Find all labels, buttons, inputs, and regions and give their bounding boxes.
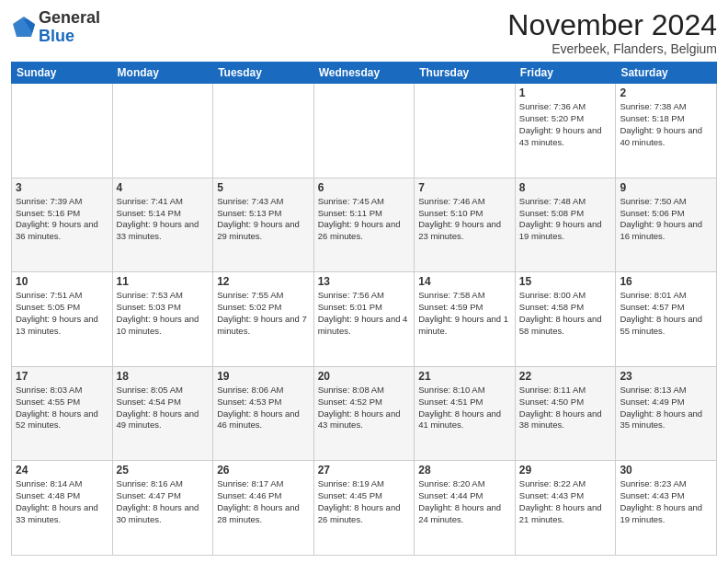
day-number: 11 (117, 275, 210, 288)
day-number: 10 (16, 275, 108, 288)
calendar-cell: 21Sunrise: 8:10 AM Sunset: 4:51 PM Dayli… (415, 366, 516, 461)
day-number: 21 (418, 370, 511, 383)
calendar-cell: 2Sunrise: 7:38 AM Sunset: 5:18 PM Daylig… (616, 84, 717, 178)
day-info: Sunrise: 7:48 AM Sunset: 5:08 PM Dayligh… (519, 196, 612, 243)
calendar-cell: 4Sunrise: 7:41 AM Sunset: 5:14 PM Daylig… (112, 178, 213, 272)
day-info: Sunrise: 7:39 AM Sunset: 5:16 PM Dayligh… (16, 196, 108, 243)
calendar-cell: 25Sunrise: 8:16 AM Sunset: 4:47 PM Dayli… (112, 461, 213, 556)
logo: General Blue (11, 9, 100, 46)
col-friday: Friday (515, 63, 616, 84)
calendar-cell: 10Sunrise: 7:51 AM Sunset: 5:05 PM Dayli… (12, 272, 113, 367)
calendar-cell: 28Sunrise: 8:20 AM Sunset: 4:44 PM Dayli… (415, 461, 516, 556)
day-info: Sunrise: 8:14 AM Sunset: 4:48 PM Dayligh… (16, 478, 108, 525)
calendar-cell: 29Sunrise: 8:22 AM Sunset: 4:43 PM Dayli… (515, 461, 616, 556)
calendar-cell: 9Sunrise: 7:50 AM Sunset: 5:06 PM Daylig… (616, 178, 717, 272)
day-info: Sunrise: 8:00 AM Sunset: 4:58 PM Dayligh… (519, 290, 612, 337)
calendar-cell: 19Sunrise: 8:06 AM Sunset: 4:53 PM Dayli… (213, 366, 314, 461)
day-number: 27 (318, 464, 411, 477)
day-number: 23 (620, 370, 712, 383)
col-saturday: Saturday (616, 63, 717, 84)
calendar-header-row: Sunday Monday Tuesday Wednesday Thursday… (12, 63, 717, 84)
day-number: 8 (519, 181, 612, 194)
day-number: 24 (16, 464, 108, 477)
calendar-cell: 12Sunrise: 7:55 AM Sunset: 5:02 PM Dayli… (213, 272, 314, 367)
calendar-cell: 13Sunrise: 7:56 AM Sunset: 5:01 PM Dayli… (313, 272, 415, 367)
calendar-cell: 20Sunrise: 8:08 AM Sunset: 4:52 PM Dayli… (313, 366, 415, 461)
day-info: Sunrise: 7:53 AM Sunset: 5:03 PM Dayligh… (117, 290, 210, 337)
calendar-cell (415, 84, 516, 178)
calendar-week-row: 24Sunrise: 8:14 AM Sunset: 4:48 PM Dayli… (12, 461, 717, 556)
calendar-week-row: 17Sunrise: 8:03 AM Sunset: 4:55 PM Dayli… (12, 366, 717, 461)
day-number: 4 (117, 181, 210, 194)
calendar-cell: 16Sunrise: 8:01 AM Sunset: 4:57 PM Dayli… (616, 272, 717, 367)
calendar-cell: 26Sunrise: 8:17 AM Sunset: 4:46 PM Dayli… (213, 461, 314, 556)
day-info: Sunrise: 7:38 AM Sunset: 5:18 PM Dayligh… (620, 101, 712, 148)
day-number: 20 (318, 370, 411, 383)
calendar-cell: 22Sunrise: 8:11 AM Sunset: 4:50 PM Dayli… (515, 366, 616, 461)
day-number: 7 (418, 181, 511, 194)
day-info: Sunrise: 7:41 AM Sunset: 5:14 PM Dayligh… (117, 196, 210, 243)
day-info: Sunrise: 7:45 AM Sunset: 5:11 PM Dayligh… (318, 196, 411, 243)
day-number: 16 (620, 275, 712, 288)
day-info: Sunrise: 8:11 AM Sunset: 4:50 PM Dayligh… (519, 385, 612, 431)
day-number: 13 (318, 275, 411, 288)
day-number: 1 (519, 86, 612, 99)
calendar-cell: 15Sunrise: 8:00 AM Sunset: 4:58 PM Dayli… (515, 272, 616, 367)
calendar-cell: 23Sunrise: 8:13 AM Sunset: 4:49 PM Dayli… (616, 366, 717, 461)
day-info: Sunrise: 7:56 AM Sunset: 5:01 PM Dayligh… (318, 290, 411, 337)
day-info: Sunrise: 8:03 AM Sunset: 4:55 PM Dayligh… (16, 385, 108, 431)
logo-icon (11, 15, 37, 40)
calendar-cell (112, 84, 213, 178)
day-number: 28 (418, 464, 511, 477)
day-info: Sunrise: 8:05 AM Sunset: 4:54 PM Dayligh… (117, 385, 210, 431)
header: General Blue November 2024 Everbeek, Fla… (11, 9, 717, 56)
col-monday: Monday (112, 63, 213, 84)
day-number: 9 (620, 181, 712, 194)
day-number: 29 (519, 464, 612, 477)
day-info: Sunrise: 7:58 AM Sunset: 4:59 PM Dayligh… (418, 290, 511, 337)
calendar-week-row: 1Sunrise: 7:36 AM Sunset: 5:20 PM Daylig… (12, 84, 717, 178)
day-number: 12 (217, 275, 310, 288)
logo-general: General (39, 8, 100, 27)
day-number: 2 (620, 86, 712, 99)
day-number: 25 (117, 464, 210, 477)
calendar-cell: 7Sunrise: 7:46 AM Sunset: 5:10 PM Daylig… (415, 178, 516, 272)
day-info: Sunrise: 8:13 AM Sunset: 4:49 PM Dayligh… (620, 385, 712, 431)
day-number: 26 (217, 464, 310, 477)
calendar-cell: 18Sunrise: 8:05 AM Sunset: 4:54 PM Dayli… (112, 366, 213, 461)
day-info: Sunrise: 7:43 AM Sunset: 5:13 PM Dayligh… (217, 196, 310, 243)
calendar-cell: 5Sunrise: 7:43 AM Sunset: 5:13 PM Daylig… (213, 178, 314, 272)
day-info: Sunrise: 7:51 AM Sunset: 5:05 PM Dayligh… (16, 290, 108, 337)
day-info: Sunrise: 8:20 AM Sunset: 4:44 PM Dayligh… (418, 478, 511, 525)
calendar-cell: 6Sunrise: 7:45 AM Sunset: 5:11 PM Daylig… (313, 178, 415, 272)
day-info: Sunrise: 8:23 AM Sunset: 4:43 PM Dayligh… (620, 478, 712, 525)
calendar-cell: 1Sunrise: 7:36 AM Sunset: 5:20 PM Daylig… (515, 84, 616, 178)
day-info: Sunrise: 8:06 AM Sunset: 4:53 PM Dayligh… (217, 385, 310, 431)
calendar-cell: 27Sunrise: 8:19 AM Sunset: 4:45 PM Dayli… (313, 461, 415, 556)
calendar-cell: 3Sunrise: 7:39 AM Sunset: 5:16 PM Daylig… (12, 178, 113, 272)
calendar-body: 1Sunrise: 7:36 AM Sunset: 5:20 PM Daylig… (12, 84, 717, 556)
day-info: Sunrise: 8:01 AM Sunset: 4:57 PM Dayligh… (620, 290, 712, 337)
day-number: 5 (217, 181, 310, 194)
logo-text: General Blue (39, 9, 100, 46)
day-number: 14 (418, 275, 511, 288)
day-number: 18 (117, 370, 210, 383)
day-number: 30 (620, 464, 712, 477)
day-number: 3 (16, 181, 108, 194)
page: General Blue November 2024 Everbeek, Fla… (0, 0, 728, 563)
logo-blue: Blue (39, 27, 74, 45)
day-number: 15 (519, 275, 612, 288)
day-info: Sunrise: 7:50 AM Sunset: 5:06 PM Dayligh… (620, 196, 712, 243)
month-title: November 2024 (507, 9, 717, 41)
calendar-week-row: 10Sunrise: 7:51 AM Sunset: 5:05 PM Dayli… (12, 272, 717, 367)
calendar-cell: 14Sunrise: 7:58 AM Sunset: 4:59 PM Dayli… (415, 272, 516, 367)
day-info: Sunrise: 8:19 AM Sunset: 4:45 PM Dayligh… (318, 478, 411, 525)
day-info: Sunrise: 7:36 AM Sunset: 5:20 PM Dayligh… (519, 101, 612, 148)
title-block: November 2024 Everbeek, Flanders, Belgiu… (507, 9, 717, 56)
col-thursday: Thursday (415, 63, 516, 84)
col-wednesday: Wednesday (313, 63, 415, 84)
day-info: Sunrise: 8:10 AM Sunset: 4:51 PM Dayligh… (418, 385, 511, 431)
day-info: Sunrise: 8:22 AM Sunset: 4:43 PM Dayligh… (519, 478, 612, 525)
calendar-week-row: 3Sunrise: 7:39 AM Sunset: 5:16 PM Daylig… (12, 178, 717, 272)
calendar-cell (313, 84, 415, 178)
